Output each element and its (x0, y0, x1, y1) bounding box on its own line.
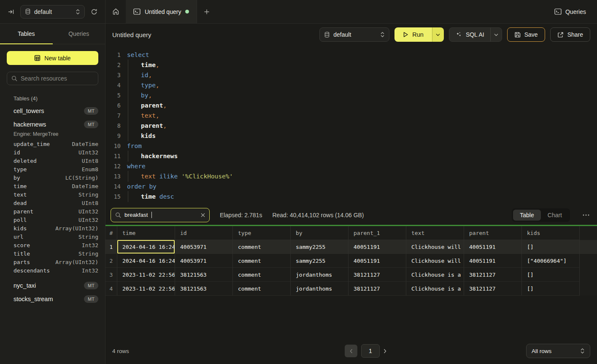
column-row[interactable]: deadUInt8 (7, 199, 98, 207)
results-more-button[interactable] (580, 214, 592, 216)
table-cell[interactable]: [] (522, 268, 580, 282)
view-toggle-chart[interactable]: Chart (541, 210, 569, 221)
table-cell[interactable]: 40051191 (348, 240, 406, 254)
table-cell[interactable]: 38121563 (175, 282, 233, 296)
engine-badge: MT (84, 121, 98, 128)
table-cell[interactable]: comment (233, 282, 291, 296)
table-cell[interactable]: 40051191 (348, 254, 406, 268)
next-page-button[interactable] (384, 349, 386, 353)
sql-editor[interactable]: 1select2time,3id,4type,5by,6parent,7text… (105, 46, 597, 205)
table-cell[interactable]: [] (522, 282, 580, 296)
column-row[interactable]: timeDateTime (7, 182, 98, 190)
sidebar-search[interactable] (7, 72, 98, 85)
column-row[interactable]: titleString (7, 249, 98, 258)
code-line: 2time, (105, 60, 597, 70)
query-database-selector[interactable]: default (319, 27, 389, 42)
prev-page-button[interactable] (345, 345, 357, 357)
table-name: nyc_taxi (14, 282, 36, 289)
table-cell[interactable]: jordanthoms (291, 282, 348, 296)
column-header[interactable]: id (175, 226, 233, 240)
column-row[interactable]: scoreInt32 (7, 241, 98, 249)
table-cell[interactable]: 38121127 (348, 282, 406, 296)
sidebar-tab-queries[interactable]: Queries (53, 24, 105, 44)
column-row[interactable]: partsArray(UInt32) (7, 258, 98, 266)
table-cell[interactable]: 40053971 (175, 254, 233, 268)
table-cell[interactable]: 38121563 (175, 268, 233, 282)
sidebar-table-item[interactable]: cell_towersMT (7, 104, 98, 118)
column-row[interactable]: byLC(String) (7, 173, 98, 182)
table-row[interactable]: 32023-11-02 22:56…38121563commentjordant… (105, 268, 597, 282)
column-row[interactable]: kidsArray(UInt32) (7, 224, 98, 232)
sidebar-table-item[interactable]: hackernewsMT (7, 118, 98, 131)
run-options-button[interactable] (432, 27, 444, 42)
table-cell[interactable]: [] (522, 240, 580, 254)
sidebar-tab-tables[interactable]: Tables (0, 24, 53, 44)
view-toggle-table[interactable]: Table (513, 210, 540, 221)
sql-ai-options-button[interactable] (490, 28, 502, 41)
new-table-button[interactable]: New table (7, 51, 98, 65)
table-cell[interactable]: ["40066964"] (522, 254, 580, 268)
column-header[interactable]: text (406, 226, 464, 240)
table-cell[interactable]: 38121127 (348, 268, 406, 282)
table-cell[interactable]: comment (233, 268, 291, 282)
code-line: 14order by (105, 181, 597, 191)
column-header[interactable]: time (117, 226, 175, 240)
results-search[interactable]: breakfast (111, 208, 210, 222)
table-cell[interactable]: 2024-04-16 16:24… (117, 254, 175, 268)
save-button[interactable]: Save (507, 27, 545, 42)
table-cell[interactable]: 2023-11-02 22:56… (117, 282, 175, 296)
table-cell[interactable]: 38121127 (464, 282, 522, 296)
table-cell[interactable]: Clickhouse will … (406, 254, 464, 268)
column-header[interactable]: # (105, 226, 117, 240)
table-cell[interactable]: Clickhouse will … (406, 240, 464, 254)
table-cell[interactable]: comment (233, 254, 291, 268)
sidebar-table-item[interactable]: nyc_taxiMT (7, 279, 98, 292)
table-row[interactable]: 22024-04-16 16:24…40053971commentsammy22… (105, 254, 597, 268)
page-size-selector[interactable]: All rows (526, 344, 590, 358)
line-number: 4 (105, 80, 121, 90)
table-cell[interactable]: 40051191 (464, 240, 522, 254)
table-cell[interactable]: jordanthoms (291, 268, 348, 282)
column-header[interactable]: parent_1 (348, 226, 406, 240)
table-cell[interactable]: 40051191 (464, 254, 522, 268)
refresh-button[interactable] (89, 7, 99, 17)
column-row[interactable]: idUInt32 (7, 148, 98, 156)
new-tab-button[interactable] (197, 0, 216, 23)
topbar-database-selector[interactable]: default (20, 5, 85, 19)
column-row[interactable]: parentUInt32 (7, 207, 98, 216)
table-row[interactable]: 12024-04-16 16:24…40053971commentsammy22… (105, 240, 597, 254)
sidebar-table-item[interactable]: stocks_streamMT (7, 292, 98, 306)
sidebar-search-input[interactable] (21, 75, 94, 82)
column-header[interactable]: parent (464, 226, 522, 240)
collapse-sidebar-button[interactable] (6, 7, 16, 17)
table-cell[interactable]: Clickhouse is a … (406, 282, 464, 296)
table-cell[interactable]: 40053971 (175, 240, 233, 254)
current-page[interactable]: 1 (361, 344, 380, 358)
table-cell[interactable]: 2023-11-02 22:56… (117, 268, 175, 282)
table-cell[interactable]: comment (233, 240, 291, 254)
run-button[interactable]: Run (394, 27, 432, 42)
table-cell[interactable]: Clickhouse is a … (406, 268, 464, 282)
column-row[interactable]: deletedUInt8 (7, 156, 98, 165)
table-row[interactable]: 42023-11-02 22:56…38121563commentjordant… (105, 282, 597, 296)
table-cell[interactable]: 38121127 (464, 268, 522, 282)
table-cell[interactable]: sammy2255 (291, 240, 348, 254)
view-toggle: Table Chart (512, 208, 570, 222)
tab-untitled-query[interactable]: Untitled query (126, 0, 197, 23)
queries-button[interactable]: Queries (543, 0, 597, 23)
column-header[interactable]: type (233, 226, 291, 240)
column-row[interactable]: descendantsInt32 (7, 266, 98, 275)
clear-search-button[interactable] (201, 213, 205, 217)
column-row[interactable]: urlString (7, 232, 98, 241)
column-header[interactable]: by (291, 226, 348, 240)
home-tab[interactable] (105, 0, 126, 23)
column-row[interactable]: textString (7, 190, 98, 199)
column-row[interactable]: pollUInt32 (7, 216, 98, 224)
column-header[interactable]: kids (522, 226, 580, 240)
column-row[interactable]: update_timeDateTime (7, 140, 98, 148)
table-cell[interactable]: 2024-04-16 16:24… (117, 240, 175, 254)
table-cell[interactable]: sammy2255 (291, 254, 348, 268)
sql-ai-button[interactable]: SQL AI (449, 28, 490, 41)
column-row[interactable]: typeEnum8 (7, 165, 98, 173)
share-button[interactable]: Share (550, 27, 590, 42)
